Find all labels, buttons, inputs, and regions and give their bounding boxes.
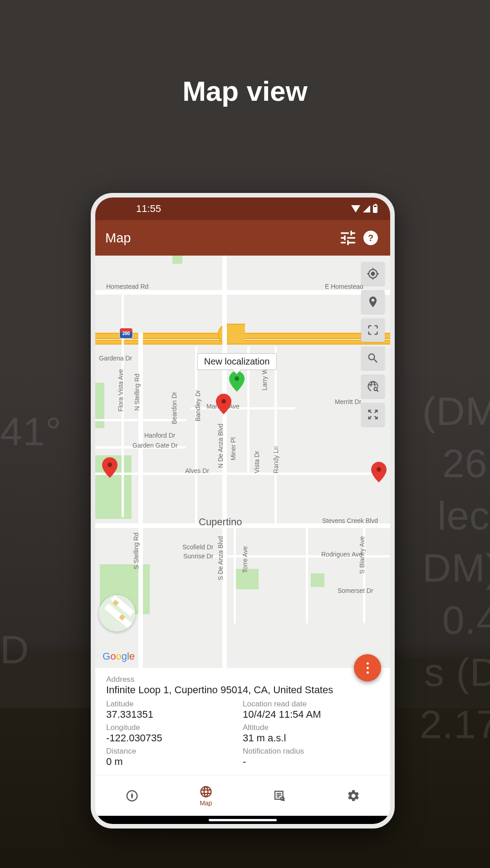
- street-label: Garden Gate Dr: [132, 442, 178, 449]
- hwy-shield-280: 280: [119, 328, 133, 339]
- info-label-altitude: Altitude: [243, 723, 379, 732]
- street-label: S Stelling Rd: [132, 533, 140, 569]
- street-label: Randy Ln: [272, 446, 279, 473]
- street-label: Scofield Dr: [182, 543, 213, 551]
- info-value-address: Infinite Loop 1, Cupertino 95014, CA, Un…: [106, 684, 379, 696]
- street-label: E Homestead: [325, 283, 363, 290]
- bg-decor-text: D: [0, 626, 29, 673]
- globe-icon: [199, 785, 213, 799]
- crosshair-icon: [367, 267, 379, 280]
- globe-search-button[interactable]: [361, 375, 385, 398]
- app-bar: Map ?: [95, 220, 390, 256]
- street-label: Miner Pl: [230, 437, 237, 460]
- bg-decor-text: 0.4: [442, 597, 490, 643]
- street-label: Alves Dr: [185, 467, 209, 474]
- fullscreen-button[interactable]: [361, 403, 385, 426]
- map-pin-red-selected[interactable]: [216, 394, 231, 414]
- gesture-bar: [95, 816, 390, 824]
- street-label: Bandley Dr: [194, 390, 201, 421]
- info-value-latitude: 37.331351: [106, 709, 243, 720]
- status-bar: 11:55: [95, 197, 390, 220]
- screen: 11:55 Map ?: [95, 197, 390, 824]
- info-label-readdate: Location read date: [243, 700, 379, 709]
- nav-compass[interactable]: [95, 775, 169, 816]
- info-value-longitude: -122.030735: [106, 732, 243, 744]
- status-time: 11:55: [136, 203, 161, 215]
- phone-frame: 11:55 Map ?: [91, 193, 395, 829]
- info-label-address: Address: [106, 675, 379, 684]
- nav-map[interactable]: Map: [169, 775, 243, 816]
- bg-decor-text: 2.17: [420, 701, 490, 748]
- info-panel: Address Infinite Loop 1, Cupertino 95014…: [95, 668, 390, 775]
- street-label: Homestead Rd: [106, 283, 148, 290]
- bg-decor-text: leci: [437, 493, 490, 539]
- info-label-radius: Notification radius: [243, 747, 379, 756]
- help-button[interactable]: ?: [361, 228, 380, 247]
- street-label: Beardon Dr: [171, 392, 178, 424]
- google-attribution: Google: [103, 651, 135, 662]
- bg-decor-text: DM): [422, 545, 490, 591]
- nav-list[interactable]: [243, 775, 317, 816]
- street-label: Merritt Dr: [335, 398, 361, 405]
- tune-button[interactable]: [338, 228, 358, 247]
- globe-search-icon: [367, 380, 379, 393]
- battery-icon: [373, 205, 377, 213]
- gear-icon: [347, 789, 360, 803]
- map-canvas[interactable]: 280 Homestead Rd E Homestead Gardena Dr …: [95, 256, 390, 668]
- tune-icon: [338, 228, 358, 247]
- street-label: Gardena Dr: [99, 355, 132, 362]
- list-search-icon: [273, 789, 286, 803]
- bottom-nav: Map: [95, 775, 390, 816]
- street-label: Hanford Dr: [144, 432, 175, 439]
- info-value-readdate: 10/4/24 11:54 AM: [243, 709, 379, 720]
- drop-pin-button[interactable]: [361, 290, 385, 314]
- place-icon: [367, 296, 379, 308]
- info-value-altitude: 31 m a.s.l: [243, 732, 379, 744]
- cellular-icon: [363, 205, 370, 212]
- tooltip-new-localization[interactable]: New localization: [197, 353, 277, 370]
- frame-button[interactable]: [361, 318, 385, 342]
- street-label: Somerset Dr: [338, 587, 373, 594]
- info-label-distance: Distance: [106, 747, 243, 756]
- street-label: Rodrigues Ave: [321, 551, 363, 558]
- help-icon: ?: [363, 231, 378, 245]
- street-label: S Blaney Ave: [358, 536, 366, 574]
- street-label: N De Anza Blvd: [217, 424, 224, 468]
- bg-decor-text: (DM: [422, 388, 490, 434]
- street-label: Sunrise Dr: [183, 552, 213, 560]
- bg-decor-text: 41°: [0, 409, 62, 455]
- minimap-badge[interactable]: [99, 595, 135, 631]
- info-value-radius: -: [243, 756, 379, 768]
- street-label: Vista Dr: [253, 451, 260, 473]
- crop-free-icon: [367, 324, 379, 336]
- street-label: Torre Ave: [241, 546, 249, 573]
- promo-title: Map view: [0, 75, 490, 107]
- info-label-longitude: Longitude: [106, 723, 243, 732]
- city-label-cupertino: Cupertino: [199, 516, 242, 528]
- bg-decor-text: s (D: [424, 649, 490, 695]
- bg-decor-text: 26.: [442, 440, 490, 487]
- map-pin-red[interactable]: [102, 457, 118, 478]
- street-label: Flora Vista Ave: [117, 369, 124, 412]
- search-button[interactable]: [361, 346, 385, 370]
- map-pin-red[interactable]: [371, 462, 387, 483]
- expand-icon: [367, 408, 379, 421]
- info-label-latitude: Latitude: [106, 700, 243, 709]
- fab-more[interactable]: [354, 654, 381, 681]
- appbar-title: Map: [105, 231, 335, 246]
- my-location-button[interactable]: [361, 262, 385, 286]
- street-label: Stevens Creek Blvd: [322, 517, 378, 524]
- info-value-distance: 0 m: [106, 756, 243, 768]
- search-icon: [367, 352, 379, 365]
- compass-icon: [125, 789, 139, 803]
- wifi-icon: [351, 205, 360, 212]
- street-label: N Stelling Rd: [133, 374, 141, 411]
- street-label: S De Anza Blvd: [217, 536, 224, 580]
- nav-map-label: Map: [200, 799, 212, 807]
- nav-settings[interactable]: [317, 775, 391, 816]
